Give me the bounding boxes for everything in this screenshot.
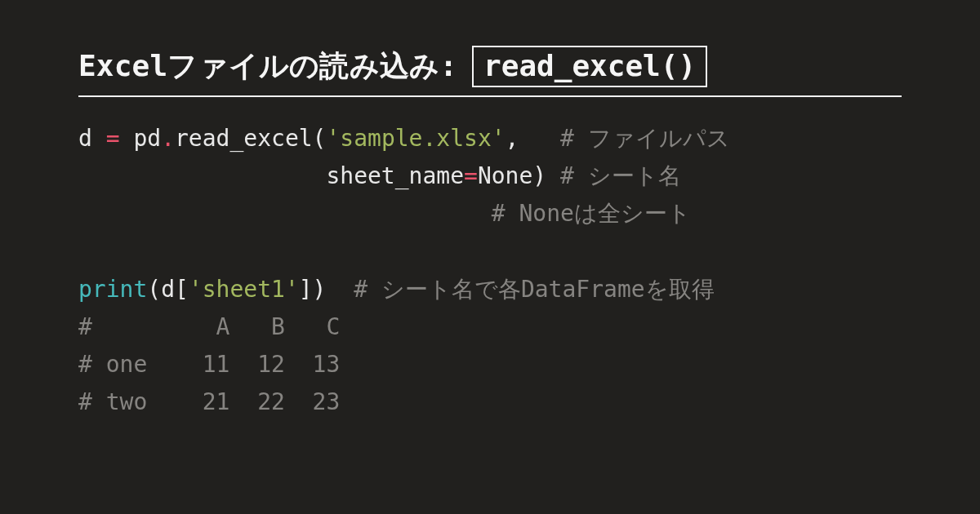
slide-container: Excelファイルの読み込み: read_excel() d = pd.read…: [0, 0, 980, 422]
title-text: Excelファイルの読み込み:: [78, 47, 457, 86]
code-line-3: # Noneは全シート: [78, 200, 691, 227]
code-line-7: # one 11 12 13: [78, 351, 340, 378]
slide-title: Excelファイルの読み込み: read_excel(): [78, 46, 902, 97]
code-block: d = pd.read_excel('sample.xlsx', # ファイルパ…: [78, 120, 902, 422]
code-line-5: print(d['sheet1']) # シート名で各DataFrameを取得: [78, 276, 715, 303]
code-line-8: # two 21 22 23: [78, 388, 340, 415]
code-line-1: d = pd.read_excel('sample.xlsx', # ファイルパ…: [78, 125, 730, 152]
code-line-6: # A B C: [78, 313, 340, 340]
title-code-badge: read_excel(): [472, 46, 707, 87]
code-line-2: sheet_name=None) # シート名: [78, 162, 681, 189]
